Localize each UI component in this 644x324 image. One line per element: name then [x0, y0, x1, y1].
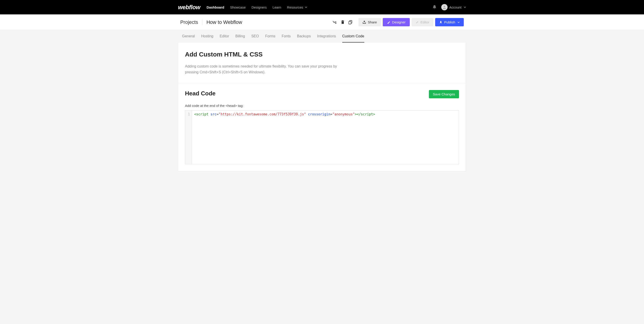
rocket-icon [439, 20, 442, 24]
save-changes-button[interactable]: Save Changes [429, 90, 459, 98]
svg-rect-6 [349, 22, 351, 24]
designer-button[interactable]: Designer [383, 18, 410, 26]
trash-icon[interactable] [341, 20, 344, 24]
nav-resources-label: Resources [287, 6, 303, 9]
tab-custom-code[interactable]: Custom Code [342, 30, 364, 42]
code-token: </script [357, 112, 373, 116]
nav-showcase[interactable]: Showcase [230, 6, 246, 9]
editor-button: Editor [412, 18, 434, 26]
share-label: Share [368, 20, 377, 24]
code-token: " [304, 112, 306, 116]
code-token: anonymous [334, 112, 352, 116]
code-token: src [210, 112, 216, 116]
head-code-hint: Add code at the end of the <head> tag: [185, 104, 459, 108]
breadcrumb-projects[interactable]: Projects [180, 19, 202, 25]
code-token: > [355, 112, 357, 116]
notifications-icon[interactable] [432, 5, 437, 10]
tab-hosting[interactable]: Hosting [201, 30, 213, 42]
head-code-editor[interactable]: 1 <script src="https://kit.fontawesome.c… [185, 110, 459, 164]
webflow-logo[interactable]: webflow [178, 4, 200, 11]
tab-seo[interactable]: SEO [251, 30, 259, 42]
tab-fonts[interactable]: Fonts [282, 30, 291, 42]
chevron-down-icon [458, 22, 460, 23]
settings-tabs: General Hosting Editor Billing SEO Forms… [178, 30, 466, 43]
top-navigation: webflow Dashboard Showcase Designers Lea… [0, 0, 644, 14]
nav-resources[interactable]: Resources [287, 6, 307, 9]
tab-forms[interactable]: Forms [265, 30, 275, 42]
svg-point-1 [335, 22, 336, 22]
breadcrumb-project-name: How to Webflow [202, 19, 242, 25]
code-token: <script [194, 112, 208, 116]
designer-label: Designer [392, 20, 406, 24]
nav-designers[interactable]: Designers [252, 6, 267, 9]
svg-rect-2 [342, 22, 344, 24]
share-button[interactable]: Share [358, 18, 381, 26]
code-token: " [332, 112, 334, 116]
tab-editor[interactable]: Editor [220, 30, 229, 42]
tab-billing[interactable]: Billing [235, 30, 245, 42]
nav-dashboard[interactable]: Dashboard [206, 6, 224, 9]
account-label: Account [449, 6, 462, 9]
intro-section: Add Custom HTML & CSS Adding custom code… [178, 43, 466, 83]
brush-icon [387, 20, 390, 24]
page-description: Adding custom code is sometimes needed f… [185, 64, 347, 75]
head-code-title: Head Code [185, 90, 216, 97]
code-body[interactable]: <script src="https://kit.fontawesome.com… [192, 110, 377, 164]
code-token: = [330, 112, 332, 116]
share-icon [362, 21, 366, 24]
main-panel: Add Custom HTML & CSS Adding custom code… [178, 43, 466, 171]
chevron-down-icon [305, 6, 307, 8]
code-token: crossorigin [308, 112, 330, 116]
chevron-down-icon [464, 6, 466, 8]
tab-general[interactable]: General [182, 30, 195, 42]
code-token: https://kit.fontawesome.com/773f539f39.j… [220, 112, 304, 116]
project-action-icons [332, 20, 352, 24]
editor-label: Editor [420, 20, 429, 24]
page-title: Add Custom HTML & CSS [185, 51, 459, 58]
nav-learn[interactable]: Learn [272, 6, 281, 9]
svg-point-0 [444, 6, 445, 7]
transfer-icon[interactable] [332, 20, 337, 24]
code-gutter: 1 [185, 110, 192, 164]
publish-label: Publish [444, 20, 455, 24]
publish-button[interactable]: Publish [435, 18, 464, 26]
line-number: 1 [188, 112, 190, 116]
pencil-icon [416, 21, 419, 24]
svg-rect-3 [341, 21, 344, 21]
avatar [441, 4, 448, 10]
head-code-section: Head Code Save Changes Add code at the e… [178, 83, 466, 171]
account-menu[interactable]: Account [441, 4, 466, 10]
duplicate-icon[interactable] [348, 20, 352, 24]
code-token: > [373, 112, 375, 116]
nav-links: Dashboard Showcase Designers Learn Resou… [206, 6, 432, 9]
svg-rect-4 [342, 20, 343, 21]
tab-backups[interactable]: Backups [297, 30, 311, 42]
tab-integrations[interactable]: Integrations [317, 30, 336, 42]
project-bar: Projects How to Webflow Share Designer E… [0, 14, 644, 30]
